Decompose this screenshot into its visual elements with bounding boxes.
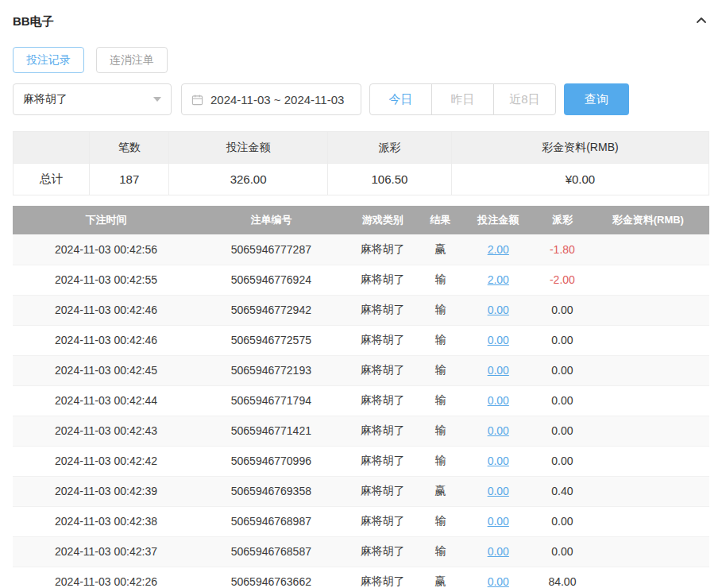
summary-table: 笔数 投注金额 派彩 彩金资料(RMB) 总计 187 326.00 106.5…: [13, 131, 709, 195]
game-type-cell: 麻将胡了: [343, 325, 423, 355]
table-row: 2024-11-03 00:42:565065946777287麻将胡了赢2.0…: [13, 234, 709, 265]
game-select[interactable]: 麻将胡了: [13, 83, 172, 115]
bet-amount-cell: 0.00: [458, 536, 538, 567]
bonus-cell: [587, 265, 709, 295]
game-type-cell: 麻将胡了: [343, 567, 423, 588]
table-row: 2024-11-03 00:42:555065946776924麻将胡了输2.0…: [13, 265, 709, 295]
bet-amount-cell: 0.00: [458, 295, 538, 325]
result-cell: 输: [423, 416, 459, 446]
bet-amount-cell: 0.00: [458, 506, 538, 536]
tab-bar: 投注记录连消注单: [13, 47, 709, 73]
records-column-header: 结果: [423, 206, 459, 234]
bet-time-cell: 2024-11-03 00:42:46: [13, 295, 199, 325]
result-cell: 输: [423, 295, 459, 325]
table-row: 2024-11-03 00:42:425065946770996麻将胡了输0.0…: [13, 446, 709, 476]
bet-amount-link[interactable]: 0.00: [488, 334, 509, 346]
yesterday-button[interactable]: 昨日: [431, 83, 494, 115]
chevron-down-icon: [153, 97, 161, 102]
bet-amount-cell: 2.00: [458, 234, 538, 265]
bet-time-cell: 2024-11-03 00:42:46: [13, 325, 199, 355]
summary-bonus-value: ¥0.00: [451, 164, 708, 195]
game-type-cell: 麻将胡了: [343, 234, 423, 265]
bonus-cell: [587, 446, 709, 476]
game-type-cell: 麻将胡了: [343, 265, 423, 295]
bet-time-cell: 2024-11-03 00:42:42: [13, 446, 199, 476]
query-button[interactable]: 查询: [564, 83, 629, 115]
bet-time-cell: 2024-11-03 00:42:45: [13, 355, 199, 385]
summary-payout-value: 106.50: [327, 164, 451, 195]
table-row: 2024-11-03 00:42:445065946771794麻将胡了输0.0…: [13, 385, 709, 416]
bet-amount-link[interactable]: 0.00: [488, 455, 509, 467]
game-type-cell: 麻将胡了: [343, 476, 423, 506]
result-cell: 输: [423, 506, 459, 536]
bet-time-cell: 2024-11-03 00:42:56: [13, 234, 199, 265]
bet-amount-link[interactable]: 2.00: [488, 243, 509, 256]
payout-cell: 0.00: [538, 295, 586, 325]
order-number-cell: 5065946776924: [199, 265, 343, 295]
bet-amount-link[interactable]: 0.00: [488, 424, 509, 437]
summary-header-empty: [14, 132, 90, 164]
bet-amount-cell: 0.00: [458, 476, 538, 506]
records-body: 2024-11-03 00:42:565065946777287麻将胡了赢2.0…: [13, 234, 709, 588]
table-row: 2024-11-03 00:42:375065946768587麻将胡了输0.0…: [13, 536, 709, 567]
payout-cell: 0.00: [538, 385, 586, 416]
panel-header: BB电子: [13, 11, 709, 32]
bet-amount-link[interactable]: 2.00: [488, 273, 509, 286]
bonus-cell: [587, 325, 709, 355]
bonus-cell: [587, 385, 709, 416]
calendar-icon: [191, 94, 203, 106]
bet-time-cell: 2024-11-03 00:42:38: [13, 506, 199, 536]
records-column-header: 下注时间: [13, 206, 199, 234]
records-column-header: 投注金额: [458, 206, 538, 234]
tab-betting-records[interactable]: 投注记录: [13, 47, 84, 73]
payout-cell: 0.00: [538, 506, 586, 536]
result-cell: 赢: [423, 234, 459, 265]
summary-header-row: 笔数 投注金额 派彩 彩金资料(RMB): [14, 132, 709, 164]
bet-amount-link[interactable]: 0.00: [488, 394, 509, 407]
date-range-value: 2024-11-03 ~ 2024-11-03: [210, 93, 344, 106]
page-title: BB电子: [13, 14, 54, 29]
table-row: 2024-11-03 00:42:465065946772942麻将胡了输0.0…: [13, 295, 709, 325]
order-number-cell: 5065946771421: [199, 416, 343, 446]
game-type-cell: 麻将胡了: [343, 506, 423, 536]
date-range-picker[interactable]: 2024-11-03 ~ 2024-11-03: [181, 83, 361, 115]
game-select-value: 麻将胡了: [23, 92, 68, 106]
summary-total-label: 总计: [14, 164, 90, 195]
game-type-cell: 麻将胡了: [343, 295, 423, 325]
bet-amount-link[interactable]: 0.00: [488, 304, 509, 316]
bet-time-cell: 2024-11-03 00:42:43: [13, 416, 199, 446]
summary-header-payout: 派彩: [327, 132, 451, 164]
bet-amount-cell: 0.00: [458, 567, 538, 588]
bet-amount-link[interactable]: 0.00: [488, 545, 509, 558]
table-row: 2024-11-03 00:42:385065946768987麻将胡了输0.0…: [13, 506, 709, 536]
table-row: 2024-11-03 00:42:435065946771421麻将胡了输0.0…: [13, 416, 709, 446]
bet-amount-link[interactable]: 0.00: [488, 575, 509, 588]
records-column-header: 彩金资料(RMB): [587, 206, 709, 234]
today-button[interactable]: 今日: [369, 83, 432, 115]
bet-amount-link[interactable]: 0.00: [488, 485, 509, 497]
records-column-header: 派彩: [538, 206, 586, 234]
collapse-panel-button[interactable]: [693, 13, 709, 31]
filter-row: 麻将胡了 2024-11-03 ~ 2024-11-03 今日昨日近8日 查询: [13, 83, 709, 115]
game-type-cell: 麻将胡了: [343, 446, 423, 476]
bonus-cell: [587, 355, 709, 385]
result-cell: 输: [423, 536, 459, 567]
tab-cancelled-orders[interactable]: 连消注单: [96, 47, 168, 73]
order-number-cell: 5065946768987: [199, 506, 343, 536]
bet-amount-link[interactable]: 0.00: [488, 364, 509, 377]
order-number-cell: 5065946770996: [199, 446, 343, 476]
game-type-cell: 麻将胡了: [343, 355, 423, 385]
bet-amount-cell: 0.00: [458, 416, 538, 446]
records-table: 下注时间注单编号游戏类别结果投注金额派彩彩金资料(RMB) 2024-11-03…: [13, 206, 709, 588]
bet-time-cell: 2024-11-03 00:42:44: [13, 385, 199, 416]
order-number-cell: 5065946768587: [199, 536, 343, 567]
order-number-cell: 5065946777287: [199, 234, 343, 265]
bet-amount-link[interactable]: 0.00: [488, 515, 509, 528]
last-8-days-button[interactable]: 近8日: [493, 83, 556, 115]
bonus-cell: [587, 476, 709, 506]
result-cell: 赢: [423, 567, 459, 588]
bb-electronic-panel: BB电子 投注记录连消注单 麻将胡了 2024-11-: [0, 0, 722, 588]
summary-count-value: 187: [90, 164, 169, 195]
bet-amount-cell: 0.00: [458, 325, 538, 355]
game-type-cell: 麻将胡了: [343, 536, 423, 567]
